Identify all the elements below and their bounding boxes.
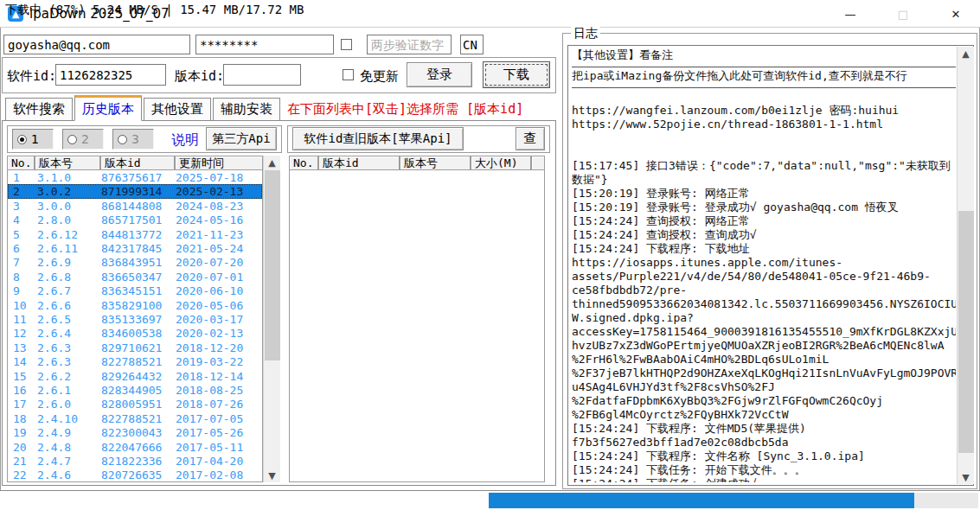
log-line: ce58fbdbdb72/pre- xyxy=(572,284,956,297)
table-row[interactable]: 102.6.68358291002020-05-06 xyxy=(8,298,262,313)
table-row[interactable]: 112.6.58351336972020-03-17 xyxy=(8,312,262,327)
log-line: https://wangfei.lanzoum.com/b0ei1zlje 密码… xyxy=(572,104,956,118)
table-cell: 19 xyxy=(13,426,27,439)
close-button[interactable]: ✕ xyxy=(936,0,976,28)
scroll-down-icon[interactable]: ▼ xyxy=(958,470,974,484)
table-row[interactable]: 212.4.78218223362017-04-20 xyxy=(8,454,262,469)
table-cell: 836650347 xyxy=(101,271,162,284)
log-scrollbar[interactable]: ▲ ▼ xyxy=(957,47,974,484)
table-cell: 2021-11-23 xyxy=(176,228,243,241)
radio-api-1[interactable]: 1 xyxy=(12,129,54,150)
col-header-versionid[interactable]: 版本id xyxy=(318,156,400,170)
table-cell: 5 xyxy=(13,228,20,241)
table-cell: 16 xyxy=(13,384,27,397)
table-row[interactable]: 132.6.38297106212018-12-20 xyxy=(8,341,262,355)
apple-api-query-button[interactable]: 软件id查旧版本[苹果Api] xyxy=(292,127,464,150)
table-cell: 2020-07-01 xyxy=(176,271,243,284)
versions-scrollbar[interactable]: ▲ ▼ xyxy=(263,156,280,482)
third-party-api-button[interactable]: 第三方Api xyxy=(206,127,277,150)
app-window: ▲ ipaDown 2025_07_07 — □ ✕ 软件id: 版本id: 免… xyxy=(0,0,980,510)
table-cell: 822047666 xyxy=(101,441,162,454)
table-cell: 2020-06-10 xyxy=(176,284,243,297)
log-line: %2F37jeB7lkHTHQP2d9OHZAxeXqLKOgHqi21IsnL… xyxy=(572,367,956,380)
table-row[interactable]: 172.6.08280059512018-07-26 xyxy=(8,397,262,411)
table-cell: 21 xyxy=(13,455,27,468)
log-line: [15:24:24] 查询授权: 查询成功√ xyxy=(572,228,956,242)
table-cell: 1 xyxy=(13,171,20,184)
shuoming-link[interactable]: 说明 xyxy=(171,131,199,150)
table-row[interactable]: 23.0.28719993142025-02-13 xyxy=(8,184,262,199)
table-cell: 835829100 xyxy=(101,299,162,312)
table-cell: 834600538 xyxy=(101,327,162,340)
scroll-up-icon[interactable]: ▲ xyxy=(958,47,974,61)
table-cell: 2024-05-16 xyxy=(176,214,243,226)
log-line: https://iosapps.itunes.apple.com/itunes- xyxy=(572,256,956,270)
table-row[interactable]: 33.0.08681448082024-08-23 xyxy=(8,199,262,214)
col-header-size[interactable]: 大小(M) xyxy=(471,156,531,170)
check-button[interactable]: 查 xyxy=(516,127,545,150)
email-input[interactable] xyxy=(3,35,190,54)
col-header-version[interactable]: 版本号 xyxy=(35,156,100,170)
col-header-no[interactable]: No. xyxy=(289,156,318,170)
table-cell: 2.6.12 xyxy=(37,228,78,241)
two-step-checkbox[interactable] xyxy=(341,39,352,50)
tab-1[interactable]: 历史版本 xyxy=(74,95,142,121)
login-button[interactable]: 登录 xyxy=(407,62,472,87)
no-update-checkbox[interactable] xyxy=(343,69,354,80)
version-id-input[interactable] xyxy=(223,64,301,86)
table-cell: 2024-08-23 xyxy=(176,200,243,213)
log-line: %2FB6gl4McOyrctz%2FQyBHXk72VcCtW xyxy=(572,408,956,422)
tab-0[interactable]: 软件搜索 xyxy=(5,98,73,121)
two-step-code-input[interactable] xyxy=(367,35,452,54)
log-line: 数据"} xyxy=(572,173,956,187)
log-line xyxy=(572,145,956,159)
table-row[interactable]: 182.4.108227885212017-07-05 xyxy=(8,411,262,426)
minimize-button[interactable]: — xyxy=(830,0,870,28)
log-line: [15:24:24] 下载程序: 文件名称 [Sync_3.1.0.ipa] xyxy=(572,449,956,463)
table-cell: 22 xyxy=(13,469,27,481)
log-line: [15:24:24] 下载程序: 下载地址 xyxy=(572,242,956,256)
tab-3[interactable]: 辅助安装 xyxy=(213,98,280,121)
table-row[interactable]: 92.6.78363451512020-06-10 xyxy=(8,284,262,298)
log-text[interactable]: 【其他设置】看备注把ipa或iMazing备份文件拖入此处可查询软件id,查不到… xyxy=(572,48,956,482)
results-table-body[interactable] xyxy=(289,170,545,482)
scrollbar-thumb[interactable] xyxy=(958,211,974,453)
software-id-input[interactable] xyxy=(55,64,166,86)
col-header-no[interactable]: No. xyxy=(7,156,35,170)
table-row[interactable]: 142.6.38227885212019-03-22 xyxy=(8,354,262,369)
password-input[interactable] xyxy=(195,35,334,54)
versions-table-body[interactable]: 13.1.08763756172025-07-1823.0.2871999314… xyxy=(7,170,263,482)
table-cell: 829710621 xyxy=(101,341,162,354)
col-header-versionid[interactable]: 版本id xyxy=(100,156,175,170)
radio-api-3[interactable]: 3 xyxy=(112,129,154,150)
table-row[interactable]: 222.4.68207266352017-02-08 xyxy=(8,468,262,482)
table-cell: 7 xyxy=(13,256,20,269)
table-row[interactable]: 52.6.128448137722021-11-23 xyxy=(8,227,262,242)
radio-label: 3 xyxy=(131,132,139,146)
log-line: [15:24:24] 查询授权: 网络正常 xyxy=(572,214,956,228)
table-row[interactable]: 152.6.28292644322018-12-14 xyxy=(8,369,262,384)
scrollbar-thumb[interactable] xyxy=(265,170,280,360)
table-row[interactable]: 13.1.08763756172025-07-18 xyxy=(8,170,262,185)
region-input[interactable] xyxy=(460,35,484,54)
col-header-date[interactable]: 更新时间 xyxy=(175,156,263,170)
table-row[interactable]: 192.4.98223000432017-05-26 xyxy=(8,425,262,440)
table-row[interactable]: 162.6.18283449052018-08-25 xyxy=(8,383,262,398)
scroll-up-icon[interactable]: ▲ xyxy=(264,156,280,169)
table-cell: 10 xyxy=(13,299,27,312)
log-line: assets/Purple221/v4/de/54/80/de548041-05… xyxy=(572,270,956,284)
radio-api-2[interactable]: 2 xyxy=(62,129,104,150)
table-row[interactable]: 42.8.08657175012024-05-16 xyxy=(8,213,262,227)
table-cell: 2 xyxy=(13,185,20,198)
table-row[interactable]: 82.6.88366503472020-07-01 xyxy=(8,270,262,284)
scroll-down-icon[interactable]: ▼ xyxy=(264,469,280,482)
table-cell: 2019-03-22 xyxy=(176,355,243,368)
col-header-version[interactable]: 版本号 xyxy=(400,156,471,170)
table-row[interactable]: 122.6.48346005382020-02-13 xyxy=(8,326,262,341)
status-text: 下载中 (87%) 5.24 MB/S | 15.47 MB/17.72 MB xyxy=(5,3,304,18)
download-button[interactable]: 下载 xyxy=(483,61,550,88)
tab-2[interactable]: 其他设置 xyxy=(144,98,211,121)
table-row[interactable]: 72.6.98368439512020-07-20 xyxy=(8,255,262,270)
table-row[interactable]: 202.4.88220476662017-05-11 xyxy=(8,440,262,455)
table-row[interactable]: 62.6.118423178452021-05-24 xyxy=(8,241,262,256)
